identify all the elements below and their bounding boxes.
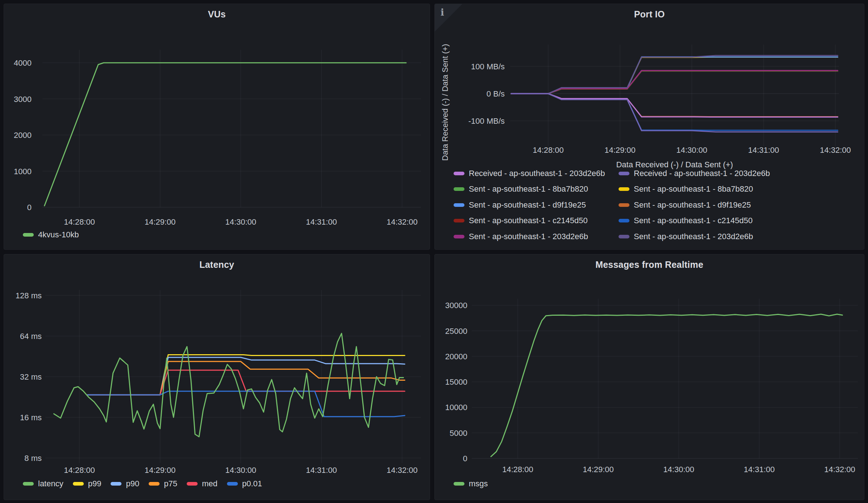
legend-item-p75[interactable]: p75	[149, 479, 177, 489]
y-tick-label: 30000	[445, 301, 467, 310]
legend-swatch	[619, 203, 629, 207]
legend-item-msgs[interactable]: msgs	[454, 479, 488, 489]
y-tick-label: 15000	[445, 377, 467, 387]
x-tick-label: 14:32:00	[387, 466, 418, 475]
y-tick-label: 16 ms	[20, 413, 42, 422]
x-tick-label: 14:30:00	[663, 465, 694, 474]
legend-swatch	[187, 482, 198, 486]
y-tick-label: 2000	[14, 131, 32, 140]
legend-item-sent-ap-southeast-1-8ba7b820[interactable]: Sent - ap-southeast-1 - 8ba7b820	[454, 184, 619, 194]
y-tick-label: 4000	[14, 58, 32, 68]
x-tick-label: 14:29:00	[145, 466, 176, 475]
legend-item-latency[interactable]: latency	[23, 479, 63, 489]
x-tick-label: 14:29:00	[604, 146, 636, 155]
y-tick-label: 32 ms	[20, 372, 42, 381]
legend-swatch	[454, 219, 464, 222]
plot-area[interactable]	[510, 45, 839, 146]
messages-legend: msgs	[454, 479, 488, 489]
plot-area[interactable]	[45, 290, 421, 463]
vus-chart[interactable]: 0100020003000400014:28:0014:29:0014:30:0…	[4, 4, 430, 250]
legend-swatch	[619, 187, 629, 191]
messages-chart[interactable]: 05000100001500020000250003000014:28:0014…	[435, 254, 864, 500]
y-tick-label: 0	[463, 454, 467, 463]
y-tick-label: 100 MB/s	[471, 62, 505, 71]
legend-label: Sent - ap-southeast-1 - c2145d50	[634, 216, 753, 225]
legend-item-sent-ap-southeast-1-c2145d50[interactable]: Sent - ap-southeast-1 - c2145d50	[619, 216, 864, 225]
legend-item-sent-ap-southeast-1-8ba7b820[interactable]: Sent - ap-southeast-1 - 8ba7b820	[619, 184, 864, 194]
x-tick-label: 14:29:00	[583, 465, 614, 474]
y-tick-label: 128 ms	[16, 291, 42, 300]
legend-label: Sent - ap-southeast-1 - 203d2e6b	[469, 232, 588, 241]
legend-swatch	[454, 203, 464, 207]
x-tick-label: 14:30:00	[225, 217, 256, 226]
x-tick-label: 14:30:00	[225, 466, 256, 475]
legend-item-sent-ap-southeast-1-d9f19e25[interactable]: Sent - ap-southeast-1 - d9f19e25	[454, 200, 619, 210]
x-tick-label: 14:32:00	[824, 465, 855, 474]
latency-chart[interactable]: 8 ms16 ms32 ms64 ms128 ms14:28:0014:29:0…	[4, 254, 430, 500]
legend-swatch	[619, 219, 629, 222]
legend-item-received-ap-southeast-1-203d2e6b[interactable]: Received - ap-southeast-1 - 203d2e6b	[619, 169, 864, 178]
legend-swatch	[23, 482, 34, 486]
legend-label: msgs	[469, 479, 488, 489]
x-tick-label: 14:28:00	[64, 217, 95, 226]
port-io-legend-grid: Received - ap-southeast-1 - 203d2e6bRece…	[435, 168, 864, 245]
legend-item-sent-ap-southeast-1-c2145d50[interactable]: Sent - ap-southeast-1 - c2145d50	[454, 216, 619, 225]
legend-label: latency	[38, 479, 63, 489]
y-tick-label: 5000	[450, 429, 467, 438]
panel-vus: VUs 0100020003000400014:28:0014:29:0014:…	[4, 4, 430, 250]
y-tick-label: 0	[27, 203, 32, 212]
legend-swatch	[619, 172, 629, 175]
legend-swatch	[454, 187, 464, 191]
panel-port-io: i Port IO 100 MB/s0 B/s-100 MB/s14:28:00…	[434, 4, 864, 250]
legend-item-sent-ap-southeast-1-d9f19e25[interactable]: Sent - ap-southeast-1 - d9f19e25	[619, 200, 864, 210]
legend-label: Received - ap-southeast-1 - 203d2e6b	[469, 169, 605, 178]
legend-swatch	[454, 172, 464, 175]
x-tick-label: 14:31:00	[306, 217, 337, 226]
legend-swatch	[454, 235, 464, 238]
plot-area[interactable]	[42, 50, 421, 207]
port-io-y-axis-title: Data Received (-) / Data Sent (+)	[441, 44, 450, 161]
y-tick-label: -100 MB/s	[468, 116, 505, 126]
legend-label: Sent - ap-southeast-1 - 8ba7b820	[469, 184, 588, 194]
legend-item-p99[interactable]: p99	[73, 479, 102, 489]
y-tick-label: 0 B/s	[487, 89, 505, 98]
legend-label: Sent - ap-southeast-1 - 203d2e6b	[634, 232, 753, 241]
y-tick-label: 25000	[445, 327, 467, 336]
vus-legend: 4kvus-10kb	[23, 230, 79, 240]
legend-label: Sent - ap-southeast-1 - c2145d50	[469, 216, 588, 225]
legend-swatch	[619, 235, 629, 238]
legend-item-p0-01[interactable]: p0.01	[227, 479, 262, 489]
y-tick-label: 20000	[445, 352, 467, 361]
legend-item-sent-ap-southeast-1-203d2e6b[interactable]: Sent - ap-southeast-1 - 203d2e6b	[619, 232, 864, 241]
legend-label: p99	[88, 479, 102, 489]
legend-item-4kvus-10kb[interactable]: 4kvus-10kb	[23, 230, 79, 240]
legend-label: p90	[126, 479, 139, 489]
legend-item-sent-ap-southeast-1-203d2e6b[interactable]: Sent - ap-southeast-1 - 203d2e6b	[454, 232, 619, 241]
legend-label: Sent - ap-southeast-1 - 8ba7b820	[634, 184, 753, 194]
plot-area[interactable]	[472, 299, 858, 458]
x-tick-label: 14:28:00	[64, 466, 95, 475]
legend-swatch	[149, 482, 160, 486]
legend-item-p90[interactable]: p90	[111, 479, 139, 489]
legend-label: med	[202, 479, 218, 489]
x-tick-label: 14:32:00	[820, 146, 851, 155]
legend-label: p0.01	[242, 479, 262, 489]
legend-swatch	[23, 233, 34, 237]
legend-swatch	[454, 482, 464, 486]
legend-item-received-ap-southeast-1-203d2e6b[interactable]: Received - ap-southeast-1 - 203d2e6b	[454, 169, 619, 178]
legend-label: Received - ap-southeast-1 - 203d2e6b	[634, 169, 770, 178]
y-tick-label: 1000	[14, 167, 32, 176]
x-tick-label: 14:31:00	[744, 465, 775, 474]
latency-legend: latencyp99p90p75medp0.01	[23, 479, 262, 489]
legend-swatch	[227, 482, 238, 486]
legend-swatch	[73, 482, 84, 486]
x-tick-label: 14:28:00	[502, 465, 533, 474]
x-tick-label: 14:32:00	[387, 217, 418, 226]
legend-label: Sent - ap-southeast-1 - d9f19e25	[634, 200, 751, 210]
y-tick-label: 3000	[14, 95, 32, 104]
x-tick-label: 14:31:00	[748, 146, 779, 155]
y-tick-label: 8 ms	[24, 454, 42, 463]
legend-label: p75	[164, 479, 177, 489]
legend-item-med[interactable]: med	[187, 479, 218, 489]
y-tick-label: 64 ms	[20, 332, 42, 341]
